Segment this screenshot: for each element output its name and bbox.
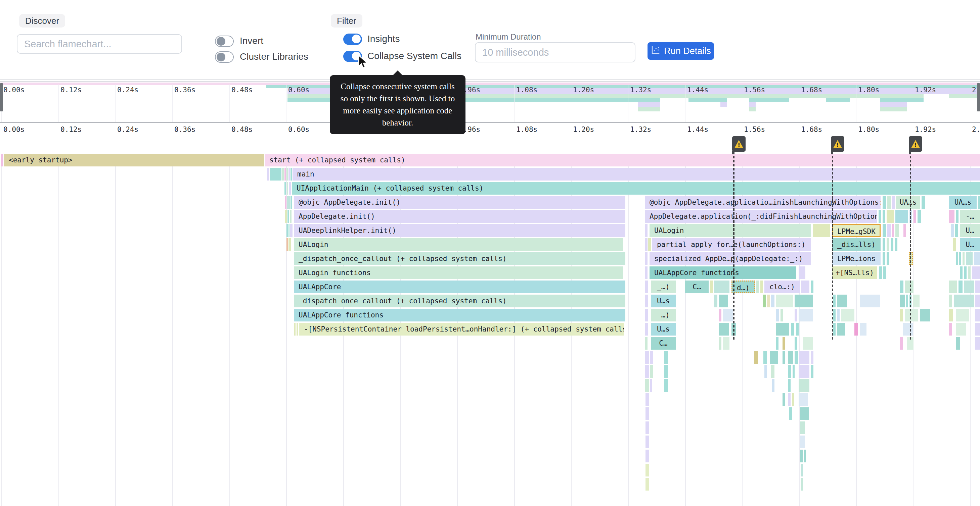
discover-button[interactable]: Discover [19,14,65,27]
flame-frame-sliver[interactable] [783,337,785,350]
flame-frame-sliver[interactable] [799,393,808,406]
flame-frame[interactable]: +[NS…lls) [832,266,877,279]
flame-frame-sliver[interactable] [883,224,886,237]
flame-frame-sliver[interactable] [795,337,797,350]
flame-frame-sliver[interactable] [645,351,649,364]
flame-frame-sliver[interactable] [860,323,867,336]
flame-frame-sliver[interactable] [290,210,291,223]
flame-frame-sliver[interactable] [800,450,803,462]
flame-frame-sliver[interactable] [789,408,792,420]
flame-frame[interactable]: UA…s [896,196,920,209]
flame-frame-sliver[interactable] [887,210,894,223]
flame-frame-sliver[interactable] [291,196,292,209]
flame-frame-sliver[interactable] [895,238,897,251]
flame-frame[interactable]: -[NSPersistentContainer loadPersistent…o… [299,323,624,336]
insights-toggle[interactable] [343,33,362,45]
flame-frame-sliver[interactable] [645,365,649,378]
flame-frame-sliver[interactable] [795,295,813,307]
flame-frame-sliver[interactable] [956,309,969,322]
flame-frame-sliver[interactable] [975,295,980,307]
flame-frame-sliver[interactable] [956,337,960,350]
flame-frame-sliver[interactable] [290,224,293,237]
flame-frame-sliver[interactable] [285,210,287,223]
flame-frame-sliver[interactable] [719,309,721,322]
flame-frame-sliver[interactable] [903,323,913,336]
flame-frame-sliver[interactable] [887,196,891,209]
flame-frame-sliver[interactable] [975,337,980,350]
flame-frame[interactable]: specialized AppDe…p(appDelegate:_:) [649,252,811,265]
flame-frame-sliver[interactable] [664,365,668,378]
flame-frame-sliver[interactable] [792,393,794,406]
flame-frame-sliver[interactable] [795,351,798,364]
flame-frame-sliver[interactable] [767,295,770,307]
flame-frame-sliver[interactable] [956,210,959,223]
flame-frame-sliver[interactable] [645,337,648,350]
flame-frame-sliver[interactable] [887,238,889,251]
flame-frame-sliver[interactable] [860,295,880,307]
flame-frame-sliver[interactable] [289,182,291,195]
flame-frame[interactable]: UALAppCore [294,281,625,293]
flame-frame-sliver[interactable] [719,337,721,350]
flame-frame-sliver[interactable] [964,266,967,279]
flame-frame-sliver[interactable] [719,323,729,336]
flame-frame[interactable]: LPMe…gSDK [832,224,881,237]
flame-frame-sliver[interactable] [975,323,980,336]
flame-frame-sliver[interactable] [905,281,913,293]
warning-icon[interactable] [909,136,922,152]
flame-frame-sliver[interactable] [883,238,885,251]
flame-frame-sliver[interactable] [1,154,3,167]
flame-frame-sliver[interactable] [282,168,284,181]
flame-frame-sliver[interactable] [763,295,766,307]
flame-frame[interactable]: _dispatch_once_callout (+ collapsed syst… [294,252,625,265]
flame-frame-sliver[interactable] [837,323,845,336]
flame-frame-sliver[interactable] [764,365,767,378]
flame-frame-sliver[interactable] [723,337,729,350]
flame-frame-sliver[interactable] [770,351,778,364]
flame-frame[interactable]: UALogin [294,238,623,251]
flame-frame-sliver[interactable] [286,224,288,237]
flame-frame-sliver[interactable] [887,224,891,237]
flame-frame-sliver[interactable] [951,224,954,237]
flame-frame-sliver[interactable] [954,295,974,307]
flame-frame-sliver[interactable] [811,351,813,364]
flame-frame-sliver[interactable] [646,436,649,448]
flame-frame-sliver[interactable] [949,281,957,293]
flame-frame-sliver[interactable] [270,168,282,181]
flame-frame[interactable]: C… [685,281,709,293]
flame-frame-sliver[interactable] [959,281,963,293]
flame-frame[interactable]: UALogin [649,224,811,237]
flame-frame-sliver[interactable] [650,379,652,392]
flame-frame-sliver[interactable] [645,295,648,307]
flame-frame[interactable]: UA…s [949,196,977,209]
flame-frame-sliver[interactable] [887,252,889,265]
flame-frame-sliver[interactable] [776,295,793,307]
flame-frame-sliver[interactable] [878,210,881,223]
warning-icon[interactable] [732,136,746,152]
flame-frame-sliver[interactable] [286,238,288,251]
flame-frame-sliver[interactable] [920,309,930,322]
flame-frame[interactable]: UADeeplinkHelper.init() [294,224,625,237]
flame-frame-sliver[interactable] [949,210,955,223]
flame-frame[interactable]: _…) [651,309,676,322]
flame-frame-sliver[interactable] [905,309,918,322]
flame-frame-sliver[interactable] [975,281,980,293]
flame-frame[interactable]: <early startup> [4,154,264,167]
flame-frame[interactable]: partial apply for…e(launchOptions:) [652,238,811,251]
flame-frame-sliver[interactable] [788,379,791,392]
flame-frame-sliver[interactable] [883,196,886,209]
flame-frame-sliver[interactable] [800,422,805,434]
flame-frame[interactable]: _dispatch_once_callout (+ collapsed syst… [294,295,625,307]
flame-frame-sliver[interactable] [801,478,803,490]
flame-frame-sliver[interactable] [921,196,925,209]
flame-frame[interactable]: AppDelegate.init() [294,210,625,223]
flame-frame-sliver[interactable] [913,210,916,223]
flame-frame-sliver[interactable] [796,323,799,336]
flame-frame-sliver[interactable] [795,309,797,322]
flame-frame-sliver[interactable] [781,309,783,322]
flame-frame-sliver[interactable] [650,351,653,364]
flame-frame[interactable]: U…s [651,295,676,307]
flame-frame-sliver[interactable] [285,196,286,209]
flame-frame[interactable]: C… [651,337,676,350]
flame-frame-sliver[interactable] [645,309,648,322]
flame-frame-sliver[interactable] [837,309,840,322]
